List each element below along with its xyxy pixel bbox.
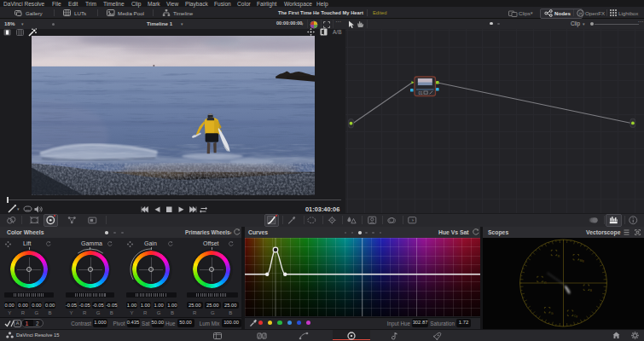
svg-text:Cy: Cy [574, 315, 578, 318]
svg-text:R: R [558, 255, 560, 258]
svg-text:Mg: Mg [580, 259, 584, 263]
svg-text:G: G [551, 312, 554, 315]
svg-text:◑: ◑ [411, 218, 414, 223]
svg-text:fx: fx [579, 11, 582, 15]
svg-text:Yl: Yl [543, 281, 546, 285]
svg-text:01: 01 [419, 91, 424, 95]
